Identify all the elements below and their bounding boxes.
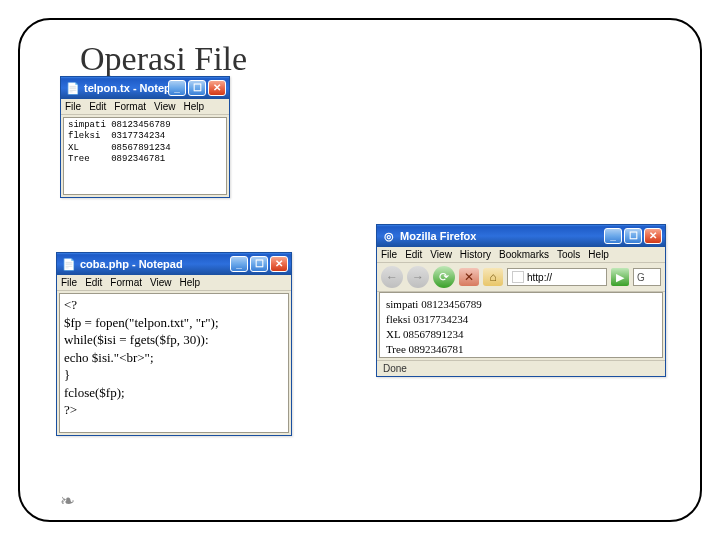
menubar: File Edit View History Bookmarks Tools H… (377, 247, 665, 263)
status-bar: Done (377, 360, 665, 376)
menu-help[interactable]: Help (588, 249, 609, 260)
minimize-button[interactable]: _ (604, 228, 622, 244)
reload-button[interactable]: ⟳ (433, 266, 455, 288)
menu-format[interactable]: Format (114, 101, 146, 112)
menu-history[interactable]: History (460, 249, 491, 260)
firefox-icon: ◎ (382, 229, 396, 243)
notepad-window-coba: 📄 coba.php - Notepad _ ☐ ✕ File Edit For… (56, 252, 292, 436)
minimize-button[interactable]: _ (230, 256, 248, 272)
output-line: Tree 0892346781 (386, 342, 656, 357)
menu-help[interactable]: Help (184, 101, 205, 112)
favicon-icon (512, 271, 524, 283)
window-title: telpon.tx - Notepad (84, 82, 168, 94)
stop-button[interactable]: ✕ (459, 268, 479, 286)
window-title: coba.php - Notepad (80, 258, 230, 270)
home-button[interactable]: ⌂ (483, 268, 503, 286)
menu-help[interactable]: Help (180, 277, 201, 288)
address-bar[interactable]: http:// (507, 268, 607, 286)
output-line: simpati 08123456789 (386, 297, 656, 312)
window-title: Mozilla Firefox (400, 230, 604, 242)
menu-edit[interactable]: Edit (85, 277, 102, 288)
menubar: File Edit Format View Help (61, 99, 229, 115)
firefox-window: ◎ Mozilla Firefox _ ☐ ✕ File Edit View H… (376, 224, 666, 377)
menu-edit[interactable]: Edit (89, 101, 106, 112)
output-line: fleksi 0317734234 (386, 312, 656, 327)
menu-file[interactable]: File (65, 101, 81, 112)
notepad-window-telpon: 📄 telpon.tx - Notepad _ ☐ ✕ File Edit Fo… (60, 76, 230, 198)
maximize-button[interactable]: ☐ (188, 80, 206, 96)
text-area[interactable]: <? $fp = fopen("telpon.txt", "r"); while… (59, 293, 289, 433)
menu-edit[interactable]: Edit (405, 249, 422, 260)
menu-file[interactable]: File (381, 249, 397, 260)
menu-view[interactable]: View (150, 277, 172, 288)
maximize-button[interactable]: ☐ (250, 256, 268, 272)
browser-viewport: simpati 08123456789 fleksi 0317734234 XL… (379, 292, 663, 358)
output-line: XL 08567891234 (386, 327, 656, 342)
maximize-button[interactable]: ☐ (624, 228, 642, 244)
slide-bullet: ❧ (60, 490, 75, 512)
address-text: http:// (527, 272, 552, 283)
notepad-icon: 📄 (66, 81, 80, 95)
forward-button[interactable]: → (407, 266, 429, 288)
menu-view[interactable]: View (430, 249, 452, 260)
nav-toolbar: ← → ⟳ ✕ ⌂ http:// ▶ G (377, 263, 665, 292)
titlebar[interactable]: ◎ Mozilla Firefox _ ☐ ✕ (377, 225, 665, 247)
slide-title: Operasi File (80, 40, 247, 78)
menu-tools[interactable]: Tools (557, 249, 580, 260)
titlebar[interactable]: 📄 telpon.tx - Notepad _ ☐ ✕ (61, 77, 229, 99)
menu-bookmarks[interactable]: Bookmarks (499, 249, 549, 260)
close-button[interactable]: ✕ (208, 80, 226, 96)
menu-view[interactable]: View (154, 101, 176, 112)
text-area[interactable]: simpati 08123456789 fleksi 0317734234 XL… (63, 117, 227, 195)
go-button[interactable]: ▶ (611, 268, 629, 286)
back-button[interactable]: ← (381, 266, 403, 288)
search-box[interactable]: G (633, 268, 661, 286)
minimize-button[interactable]: _ (168, 80, 186, 96)
menubar: File Edit Format View Help (57, 275, 291, 291)
titlebar[interactable]: 📄 coba.php - Notepad _ ☐ ✕ (57, 253, 291, 275)
notepad-icon: 📄 (62, 257, 76, 271)
close-button[interactable]: ✕ (270, 256, 288, 272)
menu-format[interactable]: Format (110, 277, 142, 288)
close-button[interactable]: ✕ (644, 228, 662, 244)
menu-file[interactable]: File (61, 277, 77, 288)
